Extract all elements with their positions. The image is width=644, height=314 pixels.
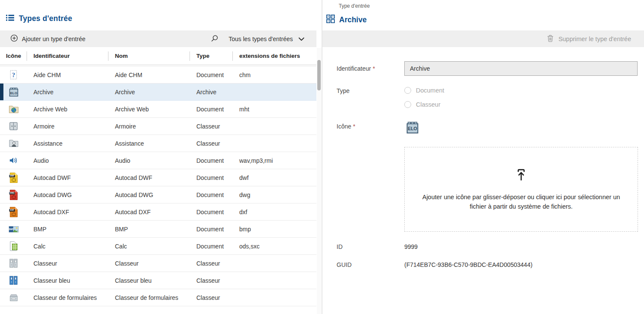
- blue-binder-icon: [0, 272, 27, 289]
- vertical-scrollbar[interactable]: [317, 48, 321, 314]
- type-radio-classeur[interactable]: Classeur: [404, 101, 440, 108]
- entry-type-table-body: ? Aide CHM Aide CHM Document chm ELO Arc…: [0, 65, 316, 314]
- icon-dropzone[interactable]: Ajouter une icône par glisser-déposer ou…: [404, 147, 638, 232]
- table-row[interactable]: Classeur bleu Classeur bleu Classeur: [0, 272, 316, 289]
- forms-binder-icon: [0, 289, 27, 306]
- column-header-icon: Icône: [0, 51, 27, 61]
- assistance-icon: [0, 135, 27, 152]
- trash-icon: [547, 35, 554, 43]
- elo-archive-icon: ELO: [405, 120, 420, 135]
- svg-text:DWF: DWF: [9, 175, 14, 177]
- table-row[interactable]: Classeur de formulaires Classeur de form…: [0, 289, 316, 306]
- cabinet-icon: [0, 118, 27, 135]
- left-toolbar: Ajouter un type d'entrée Tous les types …: [0, 30, 316, 47]
- id-value: 9999: [404, 243, 418, 250]
- list-icon: [6, 15, 14, 23]
- calc-file-icon: [0, 238, 27, 254]
- guid-label: GUID: [337, 261, 352, 268]
- detail-title: Archive: [339, 15, 367, 24]
- chevron-down-icon: [298, 36, 304, 42]
- upload-icon: [514, 168, 528, 184]
- table-row[interactable]: ELO Archive Archive Archive: [0, 84, 316, 101]
- entry-type-grid-icon: [326, 15, 335, 25]
- detail-header: Archive: [326, 15, 367, 25]
- identifier-input[interactable]: [404, 61, 638, 76]
- table-row[interactable]: DWF Autocad DWF Autocad DWF Document dwf: [0, 169, 316, 186]
- web-archive-icon: [0, 101, 27, 117]
- column-header-type: Type: [190, 51, 233, 61]
- table-row[interactable]: ? Aide CHM Aide CHM Document chm: [0, 66, 316, 84]
- svg-text:DWG: DWG: [9, 192, 15, 194]
- search-icon: [211, 35, 218, 43]
- plus-circle-icon: [10, 34, 18, 43]
- dwf-file-icon: DWF: [0, 169, 27, 186]
- table-row[interactable]: DXF Autocad DXF Autocad DXF Document dxf: [0, 203, 316, 221]
- filter-dropdown[interactable]: Tous les types d'entrées: [229, 36, 304, 42]
- column-header-name: Nom: [108, 51, 190, 61]
- table-row[interactable]: DWG Autocad DWG Autocad DWG Document dwg: [0, 186, 316, 203]
- radio-circle-icon: [404, 87, 411, 94]
- add-entry-type-button[interactable]: Ajouter un type d'entrée: [0, 34, 85, 43]
- svg-text:ELO: ELO: [408, 126, 417, 131]
- id-label: ID: [337, 243, 343, 250]
- column-header-identifier: Identificateur: [27, 51, 108, 61]
- table-header: Icône Identificateur Nom Type extensions…: [0, 47, 316, 65]
- dropzone-text: Ajouter une icône par glisser-déposer ou…: [421, 192, 622, 211]
- entry-types-panel: Types d'entrée Ajouter un type d'entrée …: [0, 0, 322, 314]
- scrollbar-thumb[interactable]: [317, 60, 321, 90]
- svg-text:?: ?: [12, 71, 15, 78]
- add-entry-type-label: Ajouter un type d'entrée: [22, 36, 85, 42]
- breadcrumb: Type d'entrée: [339, 3, 370, 9]
- identifier-label: Identificateur*: [337, 65, 375, 72]
- required-marker: *: [373, 65, 375, 72]
- table-row[interactable]: Classeur Classeur Classeur: [0, 255, 316, 272]
- delete-entry-type-button[interactable]: Supprimer le type d'entrée: [547, 35, 631, 43]
- column-header-extensions: extensions de fichiers: [233, 51, 316, 61]
- table-row[interactable]: Armoire Armoire Classeur: [0, 118, 316, 135]
- table-row[interactable]: Audio Audio Document wav,mp3,rmi: [0, 152, 316, 169]
- dwg-file-icon: DWG: [0, 186, 27, 203]
- table-row[interactable]: BMP BMP BMP Document bmp: [0, 221, 316, 238]
- type-radio-document[interactable]: Document: [404, 87, 444, 94]
- bmp-image-icon: BMP: [0, 221, 27, 237]
- entry-type-detail-panel: Type d'entrée Archive Supprimer le type …: [322, 0, 644, 314]
- filter-label: Tous les types d'entrées: [229, 36, 293, 42]
- icon-label: Icône*: [337, 123, 355, 130]
- chm-help-icon: ?: [0, 66, 27, 83]
- type-label: Type: [337, 87, 349, 94]
- svg-text:BMP: BMP: [9, 228, 13, 230]
- table-row[interactable]: Calc Calc Document ods,sxc: [0, 238, 316, 255]
- svg-text:ELO: ELO: [10, 91, 17, 95]
- search-button[interactable]: [211, 35, 218, 43]
- type-option-document-label: Document: [416, 87, 444, 94]
- elo-archive-icon: ELO: [0, 84, 27, 100]
- table-row[interactable]: Archive Web Archive Web Document mht: [0, 101, 316, 118]
- left-panel-header: Types d'entrée: [6, 14, 72, 23]
- guid-value: (F714EB7C-93B6-C570-9BDC-EA4D00503444): [404, 261, 533, 268]
- audio-icon: [0, 152, 27, 169]
- app-window: Types d'entrée Ajouter un type d'entrée …: [0, 0, 644, 314]
- dxf-file-icon: DXF: [0, 203, 27, 220]
- binder-icon: [0, 255, 27, 272]
- detail-toolbar: Supprimer le type d'entrée: [322, 30, 644, 47]
- svg-text:DXF: DXF: [10, 209, 14, 211]
- type-option-classeur-label: Classeur: [416, 101, 440, 108]
- table-row[interactable]: Assistance Assistance Classeur: [0, 135, 316, 152]
- left-toolbar-right: Tous les types d'entrées: [211, 35, 316, 43]
- required-marker: *: [353, 123, 355, 130]
- delete-entry-type-label: Supprimer le type d'entrée: [558, 36, 631, 42]
- radio-circle-icon: [404, 101, 411, 108]
- page-title: Types d'entrée: [19, 14, 72, 23]
